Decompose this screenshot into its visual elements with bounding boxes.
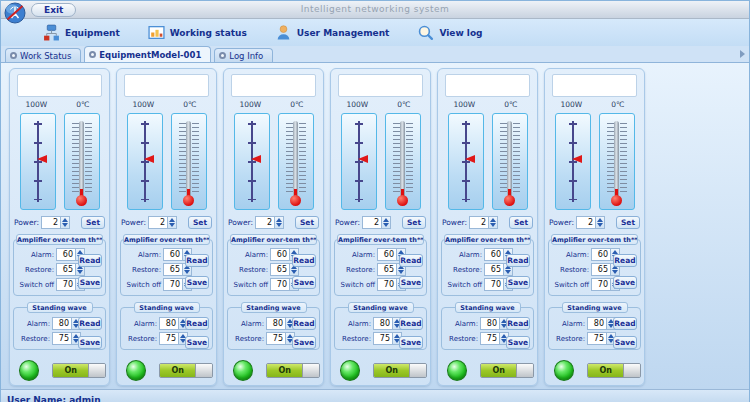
spinner-arrows[interactable]	[382, 216, 391, 229]
power-switch-toggle[interactable]: On	[587, 363, 641, 378]
amplifier-read-button[interactable]: Read	[78, 254, 102, 267]
up-arrow-icon[interactable]	[276, 218, 282, 222]
standing-wave-save-button[interactable]: Save	[399, 336, 423, 349]
switch-thumb[interactable]	[195, 364, 212, 377]
standing-wave-read-button[interactable]: Read	[506, 317, 530, 330]
power-switch-toggle[interactable]: On	[159, 363, 213, 378]
tab-work-status[interactable]: Work Status	[5, 48, 81, 62]
set-button[interactable]: Set	[616, 216, 640, 229]
standing-wave-read-button[interactable]: Read	[292, 317, 316, 330]
amplifier-save-button[interactable]: Save	[506, 276, 530, 289]
set-button[interactable]: Set	[402, 216, 426, 229]
spinner-arrows[interactable]	[61, 216, 70, 229]
toolbar-item-equipment[interactable]: Equipment	[43, 24, 120, 41]
standing-wave-buttons: Read Save	[185, 317, 209, 349]
up-arrow-icon[interactable]	[597, 218, 603, 222]
power-spinner[interactable]: 2	[148, 216, 177, 229]
sw-restore-spinner[interactable]: 75	[159, 332, 188, 345]
sw-restore-spinner[interactable]: 75	[480, 332, 509, 345]
sw-alarm-spinner[interactable]: 80	[266, 317, 295, 330]
standing-wave-save-button[interactable]: Save	[506, 336, 530, 349]
down-arrow-icon[interactable]	[169, 223, 175, 227]
spinner-arrows[interactable]	[168, 216, 177, 229]
spinner-arrows[interactable]	[275, 216, 284, 229]
standing-wave-read-button[interactable]: Read	[399, 317, 423, 330]
spinner-arrows[interactable]	[596, 216, 605, 229]
spinner-arrows[interactable]	[489, 216, 498, 229]
standing-wave-save-button[interactable]: Save	[78, 336, 102, 349]
power-spinner[interactable]: 2	[469, 216, 498, 229]
amplifier-read-button[interactable]: Read	[292, 254, 316, 267]
amplifier-save-button[interactable]: Save	[613, 276, 637, 289]
power-row: Power: 2 Set	[548, 216, 641, 229]
standing-wave-save-button[interactable]: Save	[613, 336, 637, 349]
switch-thumb[interactable]	[88, 364, 105, 377]
power-switch-toggle[interactable]: On	[480, 363, 534, 378]
switch-thumb[interactable]	[516, 364, 533, 377]
amplifier-save-button[interactable]: Save	[78, 276, 102, 289]
up-arrow-icon[interactable]	[62, 218, 68, 222]
tab-log-info[interactable]: Log Info	[214, 48, 273, 62]
up-arrow-icon[interactable]	[490, 218, 496, 222]
amplifier-save-button[interactable]: Save	[399, 276, 423, 289]
amplifier-read-button[interactable]: Read	[185, 254, 209, 267]
toolbar-item-working-status[interactable]: Working status	[148, 24, 247, 41]
standing-wave-save-button[interactable]: Save	[292, 336, 316, 349]
sw-restore-spinner[interactable]: 75	[52, 332, 81, 345]
standing-wave-read-button[interactable]: Read	[613, 317, 637, 330]
thermometer-bulb	[290, 195, 301, 206]
standing-wave-save-button[interactable]: Save	[185, 336, 209, 349]
sw-alarm-spinner[interactable]: 80	[159, 317, 188, 330]
amplifier-read-button[interactable]: Read	[399, 254, 423, 267]
power-switch-toggle[interactable]: On	[266, 363, 320, 378]
amplifier-overtemp-group: Amplifier over-tem th** Alarm: 60 Restor…	[227, 239, 320, 296]
sw-restore-value: 75	[52, 332, 72, 345]
amplifier-save-button[interactable]: Save	[292, 276, 316, 289]
set-button[interactable]: Set	[509, 216, 533, 229]
alarm-value: 60	[163, 248, 183, 261]
power-spinner[interactable]: 2	[576, 216, 605, 229]
standing-wave-read-button[interactable]: Read	[78, 317, 102, 330]
amplifier-save-button[interactable]: Save	[185, 276, 209, 289]
amplifier-read-button[interactable]: Read	[506, 254, 530, 267]
switch-thumb[interactable]	[623, 364, 640, 377]
tab-equipment-model-001[interactable]: EquipmentModel-001	[84, 46, 211, 62]
sw-restore-spinner[interactable]: 75	[587, 332, 616, 345]
set-button[interactable]: Set	[81, 216, 105, 229]
down-arrow-icon[interactable]	[276, 223, 282, 227]
power-switch-toggle[interactable]: On	[52, 363, 106, 378]
toolbar-item-user-management[interactable]: User Management	[275, 24, 390, 41]
down-arrow-icon[interactable]	[490, 223, 496, 227]
power-switch-toggle[interactable]: On	[373, 363, 427, 378]
up-arrow-icon[interactable]	[383, 218, 389, 222]
tab-scroll-arrow-icon[interactable]	[740, 50, 745, 58]
sw-alarm-spinner[interactable]: 80	[480, 317, 509, 330]
power-spinner[interactable]: 2	[255, 216, 284, 229]
toolbar-item-view-log[interactable]: View log	[417, 24, 482, 41]
switch-thumb[interactable]	[302, 364, 319, 377]
sw-restore-spinner[interactable]: 75	[373, 332, 402, 345]
down-arrow-icon[interactable]	[597, 223, 603, 227]
amplifier-group-title: Amplifier over-tem th**	[444, 234, 531, 245]
down-arrow-icon[interactable]	[62, 223, 68, 227]
down-arrow-icon[interactable]	[383, 223, 389, 227]
amplifier-read-button[interactable]: Read	[613, 254, 637, 267]
amplifier-group-title: Amplifier over-tem th**	[337, 234, 424, 245]
set-button[interactable]: Set	[295, 216, 319, 229]
sw-alarm-spinner[interactable]: 80	[52, 317, 81, 330]
up-arrow-icon[interactable]	[169, 218, 175, 222]
thermometer-stem	[507, 121, 512, 196]
switch-thumb[interactable]	[409, 364, 426, 377]
power-value: 2	[41, 216, 61, 229]
switch-off-label: Switch off	[444, 281, 484, 289]
sw-alarm-spinner[interactable]: 80	[587, 317, 616, 330]
standing-wave-read-button[interactable]: Read	[185, 317, 209, 330]
power-spinner[interactable]: 2	[41, 216, 70, 229]
sw-alarm-value: 80	[480, 317, 500, 330]
thermometer-gauge	[278, 113, 314, 210]
power-spinner[interactable]: 2	[362, 216, 391, 229]
sw-alarm-spinner[interactable]: 80	[373, 317, 402, 330]
set-button[interactable]: Set	[188, 216, 212, 229]
sw-restore-spinner[interactable]: 75	[266, 332, 295, 345]
sw-alarm-value: 80	[587, 317, 607, 330]
